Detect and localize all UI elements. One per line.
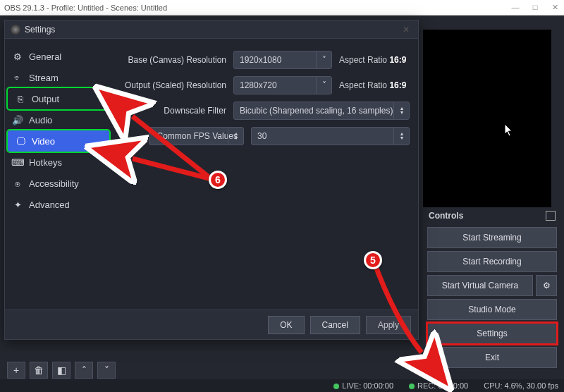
spinner-icon: ▴▾ [228, 128, 243, 145]
live-dot-icon [333, 384, 339, 389]
fps-value-combo[interactable]: 30▴▾ [251, 127, 410, 145]
exit-button[interactable]: Exit [427, 347, 557, 368]
window-buttons: — □ ✕ [510, 3, 560, 12]
main-area: Controls Start Streaming Start Recording… [0, 16, 564, 392]
settings-dialog: Settings ⚙General ᯤStream ⎘Output 🔊Audio… [4, 20, 419, 340]
sidebar-item-audio[interactable]: 🔊Audio [5, 109, 112, 130]
controls-header: Controls [423, 207, 561, 224]
ok-button[interactable]: OK [268, 316, 304, 334]
window-title: OBS 29.1.3 - Profile: Untitled - Scenes:… [4, 4, 510, 12]
tools-icon: ✦ [12, 200, 23, 210]
settings-form-video: Base (Canvas) Resolution 1920x1080˅ Aspe… [112, 39, 418, 310]
controls-header-label: Controls [429, 211, 463, 221]
output-aspect-label: Aspect Ratio 16:9 [339, 80, 406, 90]
controls-settings-button[interactable]: Settings [427, 323, 557, 344]
gear-icon: ⚙ [12, 51, 23, 62]
close-button[interactable]: ✕ [550, 3, 560, 12]
chevron-down-icon: ˅ [104, 365, 109, 376]
move-down-button[interactable]: ˅ [97, 362, 116, 379]
obs-icon [11, 25, 20, 35]
trash-icon: 🗑 [34, 365, 44, 376]
columns-icon: ◧ [57, 365, 66, 376]
base-aspect-label: Aspect Ratio 16:9 [339, 55, 406, 65]
mouse-cursor-icon [505, 124, 515, 138]
start-streaming-button[interactable]: Start Streaming [427, 227, 557, 248]
virtual-camera-settings-button[interactable]: ⚙ [536, 275, 557, 296]
cancel-button[interactable]: Cancel [310, 316, 360, 334]
dialog-titlebar: Settings [5, 20, 418, 39]
sidebar-item-general[interactable]: ⚙General [5, 46, 112, 67]
start-recording-button[interactable]: Start Recording [427, 251, 557, 272]
output-icon: ⎘ [15, 94, 26, 104]
preview-canvas[interactable] [423, 30, 551, 219]
sidebar-item-output[interactable]: ⎘Output [8, 88, 109, 109]
main-window-titlebar: OBS 29.1.3 - Profile: Untitled - Scenes:… [0, 0, 564, 16]
dialog-footer: OK Cancel Apply [5, 310, 418, 339]
status-live: LIVE: 00:00:00 [333, 381, 393, 390]
antenna-icon: ᯤ [12, 73, 23, 83]
downscale-filter-label: Downscale Filter [121, 106, 226, 116]
status-bar: LIVE: 00:00:00 REC: 00:00:00 CPU: 4.6%, … [0, 379, 564, 392]
chevron-up-icon: ˄ [82, 365, 87, 376]
status-rec: REC: 00:00:00 [409, 381, 468, 390]
sidebar-item-stream[interactable]: ᯤStream [5, 67, 112, 88]
sidebar-item-accessibility[interactable]: ⍟Accessibility [5, 173, 112, 194]
maximize-button[interactable]: □ [530, 3, 540, 12]
base-resolution-label: Base (Canvas) Resolution [121, 55, 226, 65]
output-resolution-combo[interactable]: 1280x720˅ [233, 76, 332, 94]
add-scene-button[interactable]: + [7, 362, 25, 379]
fps-type-combo[interactable]: Common FPS Values▴▾ [149, 127, 244, 145]
accessibility-icon: ⍟ [12, 178, 23, 189]
sidebar-item-hotkeys[interactable]: ⌨Hotkeys [5, 152, 112, 173]
studio-mode-button[interactable]: Studio Mode [427, 299, 557, 320]
settings-sidebar: ⚙General ᯤStream ⎘Output 🔊Audio 🖵Video ⌨… [5, 39, 112, 310]
keyboard-icon: ⌨ [12, 157, 23, 168]
base-resolution-combo[interactable]: 1920x1080˅ [233, 51, 332, 69]
speaker-icon: 🔊 [12, 115, 23, 125]
output-resolution-label: Output (Scaled) Resolution [121, 80, 226, 90]
move-up-button[interactable]: ˄ [75, 362, 93, 379]
dialog-title: Settings [25, 25, 400, 35]
dialog-close-button[interactable] [400, 25, 412, 35]
spinner-icon: ▴▾ [393, 128, 409, 145]
chevron-down-icon: ˅ [316, 77, 331, 94]
monitor-icon: 🖵 [15, 136, 26, 147]
gear-icon: ⚙ [543, 281, 551, 290]
scene-toolbar: + 🗑 ◧ ˄ ˅ [0, 361, 116, 379]
plus-icon: + [13, 365, 19, 376]
controls-panel: Controls Start Streaming Start Recording… [423, 207, 561, 371]
start-virtual-camera-button[interactable]: Start Virtual Camera [427, 275, 533, 296]
sidebar-item-video[interactable]: 🖵Video [8, 130, 109, 152]
remove-scene-button[interactable]: 🗑 [30, 362, 48, 379]
minimize-button[interactable]: — [510, 3, 520, 12]
scene-filters-button[interactable]: ◧ [52, 362, 70, 379]
downscale-filter-combo[interactable]: Bicubic (Sharpened scaling, 16 samples)▴… [233, 102, 410, 120]
undock-icon[interactable] [546, 211, 556, 221]
chevron-down-icon: ˅ [316, 51, 331, 68]
rec-dot-icon [409, 384, 415, 389]
status-cpu: CPU: 4.6%, 30.00 fps [484, 381, 558, 390]
spinner-icon: ▴▾ [393, 102, 409, 119]
sidebar-item-advanced[interactable]: ✦Advanced [5, 194, 112, 215]
apply-button[interactable]: Apply [366, 316, 411, 334]
